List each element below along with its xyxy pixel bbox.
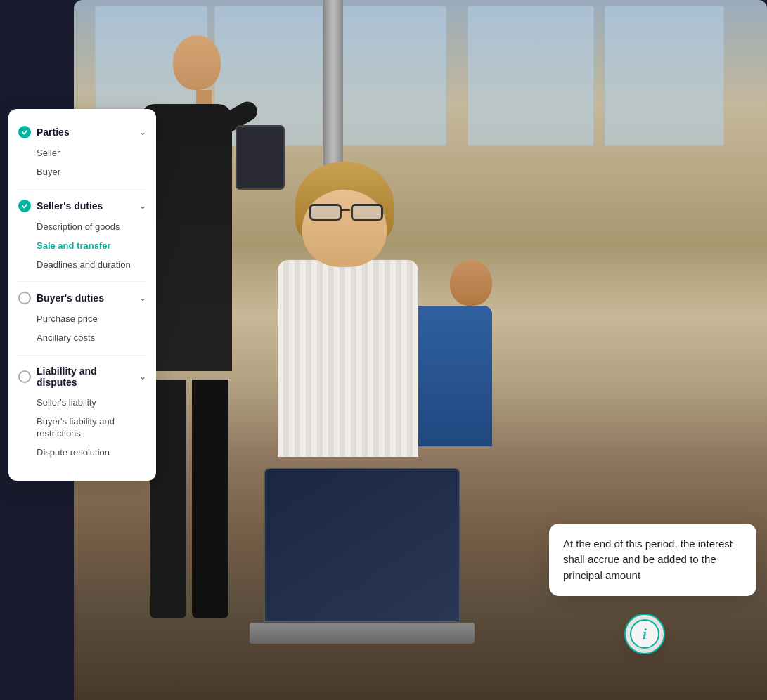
sidebar-item-buyer[interactable]: Buyer (37, 163, 146, 182)
sidebar-item-description-of-goods[interactable]: Description of goods (37, 218, 146, 237)
parties-title: Parties (37, 127, 136, 138)
sidebar-item-ancillary-costs[interactable]: Ancillary costs (37, 329, 146, 348)
window-pane-3 (334, 6, 446, 146)
sidebar-item-deadlines-duration[interactable]: Deadlines and duration (37, 256, 146, 275)
sellers-duties-chevron: ⌄ (139, 201, 146, 211)
sellers-duties-check-icon (18, 200, 31, 212)
info-button-inner: i (630, 619, 659, 649)
sidebar-section-liability-disputes: Liabillity and disputes ⌄ Seller's liabi… (8, 360, 156, 465)
sidebar-item-sellers-liability[interactable]: Seller's liability (37, 394, 146, 413)
sidebar-panel: Parties ⌄ Seller Buyer Seller's duties ⌄… (8, 109, 156, 481)
parties-section-header[interactable]: Parties ⌄ (8, 120, 156, 144)
buyers-duties-header[interactable]: Buyer's duties ⌄ (8, 286, 156, 310)
person-standing (144, 35, 236, 371)
tooltip-bubble: At the end of this period, the interest … (549, 524, 756, 597)
tooltip-text: At the end of this period, the interest … (563, 538, 733, 581)
info-icon: i (643, 626, 647, 642)
person-background (425, 260, 517, 446)
liability-disputes-title: Liabillity and disputes (37, 365, 136, 388)
sidebar-section-parties: Parties ⌄ Seller Buyer (8, 120, 156, 185)
liability-disputes-items: Seller's liability Buyer's liability and… (8, 394, 156, 465)
laptop (250, 623, 475, 644)
info-button[interactable]: i (624, 614, 665, 654)
liability-disputes-chevron: ⌄ (139, 372, 146, 382)
sidebar-item-sale-and-transfer[interactable]: Sale and transfer (37, 237, 146, 256)
laptop-screen (264, 468, 460, 623)
parties-chevron: ⌄ (139, 127, 146, 137)
divider-3 (18, 355, 146, 356)
sellers-duties-items: Description of goods Sale and transfer D… (8, 218, 156, 278)
parties-items: Seller Buyer (8, 144, 156, 185)
buyers-duties-items: Purchase price Ancillary costs (8, 310, 156, 351)
sidebar-item-buyers-liability[interactable]: Buyer's liability and restrictions (37, 413, 146, 443)
buyers-duties-chevron: ⌄ (139, 293, 146, 303)
sellers-duties-title: Seller's duties (37, 200, 136, 212)
liability-disputes-header[interactable]: Liabillity and disputes ⌄ (8, 360, 156, 394)
sidebar-section-sellers-duties: Seller's duties ⌄ Description of goods S… (8, 194, 156, 278)
sellers-duties-header[interactable]: Seller's duties ⌄ (8, 194, 156, 218)
sidebar-item-seller[interactable]: Seller (37, 144, 146, 163)
buyers-duties-check-icon (18, 292, 31, 304)
sidebar-item-purchase-price[interactable]: Purchase price (37, 310, 146, 329)
sidebar-item-dispute-resolution[interactable]: Dispute resolution (37, 443, 146, 462)
parties-check-icon (18, 126, 31, 138)
sidebar-section-buyers-duties: Buyer's duties ⌄ Purchase price Ancillar… (8, 286, 156, 351)
window-pane-5 (605, 6, 724, 146)
window-pane-4 (468, 6, 594, 146)
liability-disputes-check-icon (18, 370, 31, 383)
person-smiling (292, 155, 390, 316)
divider-1 (18, 189, 146, 190)
divider-2 (18, 281, 146, 282)
buyers-duties-title: Buyer's duties (37, 292, 136, 304)
